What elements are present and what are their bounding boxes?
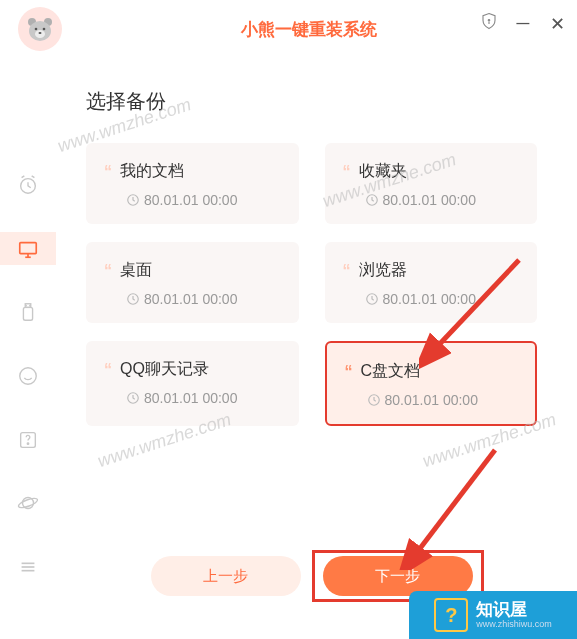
window-controls: ─ ✕ [479,12,567,35]
card-title: C盘文档 [361,361,421,382]
clock-icon [367,393,381,407]
prev-button[interactable]: 上一步 [151,556,301,596]
svg-point-5 [43,28,46,31]
footer-brand-en: www.zhishiwu.com [476,620,552,629]
quote-icon: “ [104,163,112,181]
sidebar-item-help[interactable] [0,423,56,457]
card-title-row: “收藏夹 [343,161,520,182]
sidebar [0,58,56,639]
card-title-row: “浏览器 [343,260,520,281]
sidebar-item-usb[interactable] [0,295,56,329]
svg-point-21 [17,497,38,510]
next-button[interactable]: 下一步 [323,556,473,596]
bear-icon [26,16,54,42]
card-time-row: 80.01.01 00:00 [365,192,520,208]
svg-point-4 [35,28,38,31]
app-title: 小熊一键重装系统 [241,18,377,41]
content: 选择备份 “我的文档80.01.01 00:00“收藏夹80.01.01 00:… [56,58,577,639]
shield-icon[interactable] [479,12,499,35]
quote-icon: “ [104,361,112,379]
sidebar-item-menu[interactable] [0,550,56,584]
sidebar-item-planet[interactable] [0,487,56,521]
card-time-row: 80.01.01 00:00 [367,392,518,408]
quote-icon: “ [343,163,351,181]
main-area: 选择备份 “我的文档80.01.01 00:00“收藏夹80.01.01 00:… [0,58,577,639]
card-title: 收藏夹 [359,161,407,182]
svg-point-7 [488,20,490,22]
card-time: 80.01.01 00:00 [385,392,478,408]
svg-point-17 [20,368,37,385]
card-title-row: “我的文档 [104,161,281,182]
quote-icon: “ [345,363,353,381]
card-time: 80.01.01 00:00 [144,192,237,208]
card-title: 我的文档 [120,161,184,182]
button-row: 上一步 下一步 [86,556,537,596]
backup-card[interactable]: “QQ聊天记录80.01.01 00:00 [86,341,299,426]
titlebar: 小熊一键重装系统 ─ ✕ [0,0,577,58]
sidebar-item-clock[interactable] [0,168,56,202]
card-title-row: “桌面 [104,260,281,281]
backup-grid: “我的文档80.01.01 00:00“收藏夹80.01.01 00:00“桌面… [86,143,537,426]
backup-card[interactable]: “收藏夹80.01.01 00:00 [325,143,538,224]
clock-icon [126,391,140,405]
card-time: 80.01.01 00:00 [144,390,237,406]
sidebar-item-monitor[interactable] [0,232,56,266]
backup-card[interactable]: “桌面80.01.01 00:00 [86,242,299,323]
card-time-row: 80.01.01 00:00 [365,291,520,307]
card-title: QQ聊天记录 [120,359,209,380]
svg-rect-10 [20,242,37,253]
clock-icon [126,292,140,306]
card-time: 80.01.01 00:00 [383,291,476,307]
card-time-row: 80.01.01 00:00 [126,291,281,307]
clock-icon [365,193,379,207]
quote-icon: “ [104,262,112,280]
svg-point-6 [39,32,42,34]
app-logo [18,7,62,51]
close-button[interactable]: ✕ [547,13,567,35]
next-button-label: 下一步 [375,567,420,586]
footer-logo-icon: ? [434,598,468,632]
clock-icon [126,193,140,207]
clock-icon [365,292,379,306]
backup-card[interactable]: “我的文档80.01.01 00:00 [86,143,299,224]
card-time: 80.01.01 00:00 [383,192,476,208]
svg-rect-13 [23,308,32,321]
card-title-row: “C盘文档 [345,361,518,382]
card-time-row: 80.01.01 00:00 [126,192,281,208]
backup-card[interactable]: “浏览器80.01.01 00:00 [325,242,538,323]
minimize-button[interactable]: ─ [513,13,533,34]
card-time-row: 80.01.01 00:00 [126,390,281,406]
card-title: 桌面 [120,260,152,281]
svg-point-19 [27,443,28,444]
backup-card[interactable]: “C盘文档80.01.01 00:00 [325,341,538,426]
card-title: 浏览器 [359,260,407,281]
sidebar-item-chat[interactable] [0,359,56,393]
footer-brand-cn: 知识屋 [476,601,552,618]
footer-brand: ? 知识屋 www.zhishiwu.com [409,591,577,639]
card-title-row: “QQ聊天记录 [104,359,281,380]
card-time: 80.01.01 00:00 [144,291,237,307]
quote-icon: “ [343,262,351,280]
page-title: 选择备份 [86,88,537,115]
